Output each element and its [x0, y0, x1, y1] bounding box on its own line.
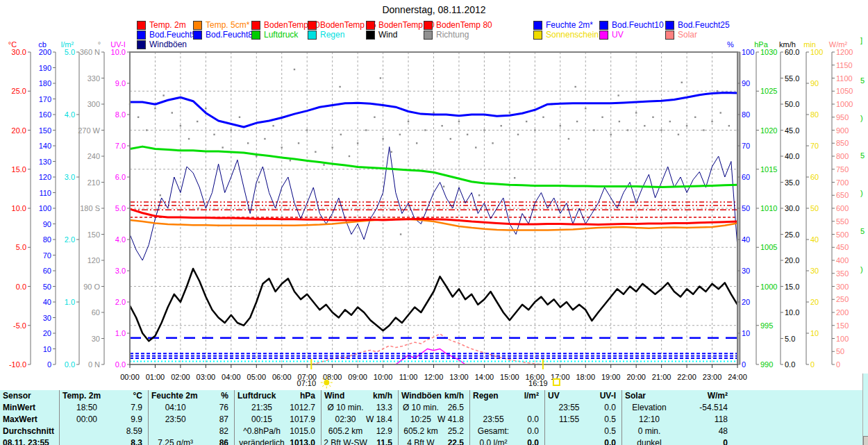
- table-cell: 0.0: [456, 426, 539, 437]
- table-cell: 8.3: [59, 437, 142, 445]
- table-cell: 26.5: [381, 402, 464, 414]
- table-cell: 0.0: [456, 437, 539, 445]
- table-column-separator: [59, 390, 60, 445]
- table-cell: 118: [644, 414, 728, 426]
- table-cell: Sensor: [3, 390, 31, 402]
- table-cell: -54.514: [644, 402, 728, 414]
- table-column-separator: [321, 390, 322, 445]
- table-column-separator: [544, 390, 545, 445]
- table-cell: 0.0: [456, 414, 539, 426]
- table-cell: 0.0: [533, 402, 616, 414]
- table-cell: l/m²: [456, 390, 539, 402]
- table-cell: %: [145, 390, 228, 402]
- table-cell: 08.11. 23:55: [3, 437, 49, 445]
- table-column-separator: [398, 390, 399, 445]
- table-cell: °C: [59, 390, 142, 402]
- table-cell: 1017.9: [232, 414, 315, 426]
- table-cell: 48: [644, 426, 728, 437]
- table-column-separator: [621, 390, 622, 445]
- table-cell: 86: [145, 437, 228, 445]
- table-cell: 82: [145, 426, 228, 437]
- table-column-separator: [148, 390, 149, 445]
- table-cell: Durchschnitt: [3, 426, 54, 437]
- table-column-separator: [469, 390, 470, 445]
- table-cell: 87: [145, 414, 228, 426]
- resize-grip[interactable]: [863, 436, 868, 445]
- table-cell: hPa: [232, 390, 315, 402]
- table-cell: 8.59: [59, 426, 142, 437]
- table-cell: MinWert: [3, 402, 35, 414]
- table-cell: 1015.0: [232, 426, 315, 437]
- table-cell: 0.5: [533, 414, 616, 426]
- table-cell: 0.5: [533, 426, 616, 437]
- stats-table: SensorTemp. 2m°CFeuchte 2m%LuftdruckhPaW…: [0, 0, 868, 445]
- table-cell: 0: [644, 437, 728, 445]
- table-cell: km/h: [309, 390, 392, 402]
- table-column-separator: [234, 390, 235, 445]
- table-cell: Solar: [625, 390, 646, 402]
- table-cell: 7.9: [59, 402, 142, 414]
- table-cell: 1012.7: [232, 402, 315, 414]
- table-cell: UV-I: [533, 390, 616, 402]
- table-cell: 0.0: [533, 437, 616, 445]
- table-cell: W/m²: [644, 390, 728, 402]
- table-cell: 1013.0: [232, 437, 315, 445]
- side-strip: [862, 373, 868, 445]
- table-cell: 76: [145, 402, 228, 414]
- table-cell: 9.9: [59, 414, 142, 426]
- table-cell: km/h: [381, 390, 464, 402]
- table-cell: MaxWert: [3, 414, 37, 426]
